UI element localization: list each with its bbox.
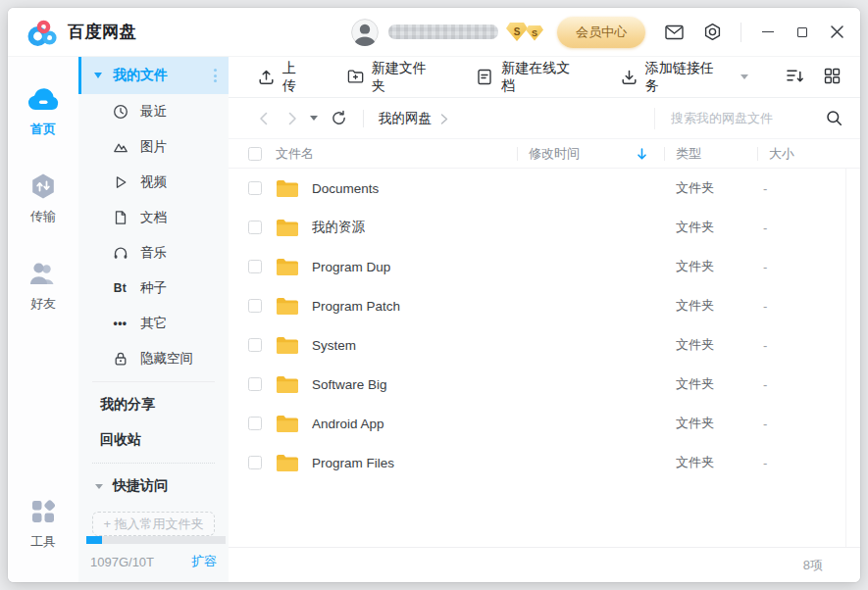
rail-item-label: 首页: [30, 121, 56, 138]
row-checkbox[interactable]: [248, 181, 262, 195]
table-row[interactable]: Android App 文件夹 -: [229, 404, 860, 443]
play-icon: [112, 174, 128, 191]
sort-icon[interactable]: [786, 68, 804, 86]
sidebar-item-documents[interactable]: 文档: [78, 200, 229, 235]
svip-badge-icon: S: [506, 23, 528, 41]
rail-item-label: 工具: [30, 533, 56, 551]
folder-icon: [276, 258, 299, 276]
username-redacted: [388, 25, 498, 39]
file-name: 我的资源: [312, 219, 365, 236]
sidebar-item-other[interactable]: ••• 其它: [78, 306, 229, 341]
more-options-icon[interactable]: [214, 69, 217, 82]
row-checkbox[interactable]: [248, 221, 262, 234]
table-row[interactable]: Program Patch 文件夹 -: [229, 286, 860, 325]
file-name: Documents: [312, 181, 379, 196]
table-row[interactable]: Program Dup 文件夹 -: [229, 247, 860, 286]
maximize-button[interactable]: [794, 25, 810, 40]
sidebar-item-torrents[interactable]: Bt 种子: [78, 270, 229, 306]
divider: [92, 381, 215, 382]
sidebar-item-recent[interactable]: 最近: [78, 94, 229, 129]
table-row[interactable]: Documents 文件夹 -: [229, 169, 860, 208]
table-row[interactable]: Program Files 文件夹 -: [229, 443, 860, 482]
upload-button[interactable]: 上传: [258, 60, 310, 95]
clock-icon: [112, 104, 128, 121]
file-size: -: [757, 221, 860, 235]
new-folder-button[interactable]: 新建文件夹: [347, 60, 440, 95]
friends-icon: [26, 259, 60, 288]
new-online-doc-button[interactable]: 新建在线文档: [477, 60, 583, 95]
select-all-checkbox[interactable]: [248, 147, 262, 161]
add-link-task-button[interactable]: 添加链接任务: [621, 60, 748, 95]
file-name: Android App: [312, 417, 384, 431]
sidebar-item-recycle-bin[interactable]: 回收站: [78, 422, 229, 458]
history-dropdown-icon[interactable]: [310, 116, 318, 121]
sidebar-item-label: 其它: [140, 315, 167, 332]
table-row[interactable]: Software Big 文件夹 -: [229, 365, 860, 404]
table-row[interactable]: System 文件夹 -: [229, 325, 860, 365]
column-header-modified[interactable]: 修改时间: [517, 139, 664, 168]
image-icon: [112, 139, 128, 156]
row-checkbox[interactable]: [248, 456, 262, 469]
file-type: 文件夹: [664, 219, 757, 236]
user-avatar[interactable]: [350, 18, 380, 47]
folder-drop-zone[interactable]: + 拖入常用文件夹: [92, 512, 215, 536]
sidebar-item-label: 隐藏空间: [140, 350, 193, 368]
row-checkbox[interactable]: [248, 299, 262, 313]
search-icon[interactable]: [826, 110, 842, 126]
breadcrumb-root[interactable]: 我的网盘: [379, 110, 432, 127]
sidebar-item-quick-access[interactable]: 快捷访问: [78, 468, 229, 504]
row-checkbox[interactable]: [248, 338, 262, 352]
sidebar-item-my-share[interactable]: 我的分享: [78, 387, 229, 422]
row-checkbox[interactable]: [248, 260, 262, 273]
chevron-right-icon: [440, 114, 450, 123]
sidebar-item-label: 我的文件: [113, 67, 168, 84]
file-name: Program Dup: [312, 260, 390, 274]
sidebar-item-label: 图片: [140, 138, 167, 156]
forward-button[interactable]: [283, 110, 301, 127]
divider: [363, 110, 364, 127]
sidebar-item-hidden-space[interactable]: 隐藏空间: [78, 341, 229, 376]
file-size: -: [757, 181, 860, 196]
sidebar-item-label: 种子: [140, 279, 167, 297]
sidebar-item-music[interactable]: 音乐: [78, 235, 229, 270]
expand-storage-link[interactable]: 扩容: [191, 553, 217, 570]
row-checkbox[interactable]: [248, 377, 262, 391]
storage-usage-label: 1097G/10T: [90, 555, 154, 569]
mail-icon[interactable]: [664, 23, 684, 42]
new-folder-icon: [347, 69, 364, 85]
grid-view-icon[interactable]: [824, 68, 842, 86]
document-icon: [112, 210, 128, 226]
close-button[interactable]: [829, 25, 844, 40]
back-button[interactable]: [254, 110, 272, 127]
folder-icon: [276, 336, 299, 355]
folder-icon: [276, 454, 299, 472]
file-name: Program Patch: [312, 299, 400, 314]
content: 首页 传输: [8, 57, 860, 582]
search-input[interactable]: [671, 111, 820, 125]
rail-item-transfer[interactable]: 传输: [8, 162, 78, 235]
file-type: 文件夹: [664, 258, 757, 275]
rail-item-home[interactable]: 首页: [8, 74, 78, 148]
storage-progress-fill: [86, 536, 102, 544]
refresh-icon[interactable]: [331, 110, 348, 127]
sidebar-item-videos[interactable]: 视频: [78, 165, 229, 200]
status-bar: 8项: [229, 547, 860, 582]
sidebar-item-my-files[interactable]: 我的文件: [78, 57, 229, 94]
sidebar-item-label: 音乐: [140, 244, 167, 262]
svip-badge-icon: S: [526, 25, 543, 41]
settings-gear-icon[interactable]: [702, 23, 722, 42]
table-row[interactable]: 我的资源 文件夹 -: [229, 208, 860, 247]
left-rail: 首页 传输: [8, 57, 78, 582]
member-center-button[interactable]: 会员中心: [557, 17, 645, 48]
headphones-icon: [112, 245, 128, 262]
row-checkbox[interactable]: [248, 417, 262, 430]
table-header: 文件名 修改时间 类型 大小: [229, 139, 860, 169]
rail-item-tools[interactable]: 工具: [8, 487, 78, 561]
folder-icon: [276, 179, 299, 198]
folder-icon: [276, 415, 299, 433]
minimize-button[interactable]: [760, 25, 776, 40]
rail-item-friends[interactable]: 好友: [8, 249, 78, 322]
upload-icon: [258, 69, 275, 85]
sidebar-item-pictures[interactable]: 图片: [78, 129, 229, 165]
bt-icon: Bt: [112, 280, 128, 297]
